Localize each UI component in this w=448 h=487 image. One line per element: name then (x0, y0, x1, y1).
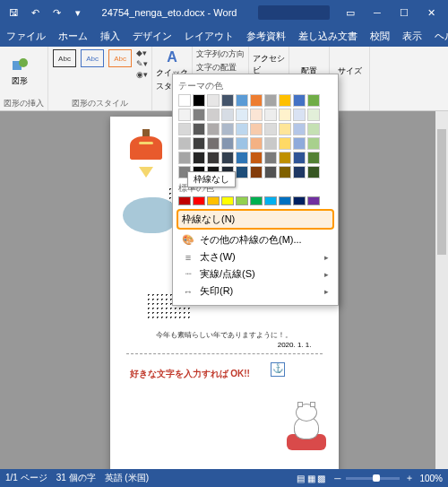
color-swatch[interactable] (221, 152, 234, 164)
word-count[interactable]: 31 個の字 (56, 472, 96, 484)
tab-mailings[interactable]: 差し込み文書 (292, 25, 364, 47)
no-outline-item[interactable]: 枠線なし(N) (177, 209, 334, 230)
color-swatch[interactable] (178, 109, 191, 121)
color-swatch[interactable] (178, 196, 191, 205)
color-swatch[interactable] (178, 123, 191, 135)
color-swatch[interactable] (264, 152, 277, 164)
color-swatch[interactable] (264, 137, 277, 150)
color-swatch[interactable] (279, 137, 291, 150)
prompt-text[interactable]: 好きな文字を入力すれば OK!! (130, 368, 250, 380)
color-swatch[interactable] (279, 166, 291, 178)
color-swatch[interactable] (279, 123, 291, 135)
color-swatch[interactable] (250, 137, 263, 150)
color-swatch[interactable] (264, 94, 277, 107)
color-swatch[interactable] (236, 94, 248, 107)
color-swatch[interactable] (264, 166, 277, 178)
color-swatch[interactable] (207, 152, 220, 164)
color-swatch[interactable] (193, 196, 205, 205)
color-swatch[interactable] (193, 137, 205, 150)
color-swatch[interactable] (307, 166, 320, 178)
more-colors-item[interactable]: 🎨その他の枠線の色(M)... (178, 231, 332, 248)
style-swatch-3[interactable]: Abc (108, 49, 132, 67)
color-swatch[interactable] (207, 109, 220, 121)
shape-style-gallery[interactable]: Abc Abc Abc (52, 48, 133, 68)
color-swatch[interactable] (236, 123, 248, 135)
color-swatch[interactable] (279, 109, 291, 121)
color-swatch[interactable] (250, 109, 263, 121)
tab-layout[interactable]: レイアウト (178, 25, 240, 47)
ribbon-options-icon[interactable]: ▭ (337, 0, 364, 25)
undo-icon[interactable]: ↶ (25, 3, 45, 22)
color-swatch[interactable] (250, 123, 263, 135)
page-count[interactable]: 1/1 ページ (5, 472, 47, 484)
color-swatch[interactable] (221, 94, 234, 107)
tab-file[interactable]: ファイル (0, 25, 52, 47)
color-swatch[interactable] (207, 123, 220, 135)
tab-review[interactable]: 校閲 (364, 25, 396, 47)
view-buttons[interactable]: ▤ ▦ ▩ (297, 474, 326, 483)
color-swatch[interactable] (221, 123, 234, 135)
color-swatch[interactable] (236, 152, 248, 164)
style-swatch-1[interactable]: Abc (53, 49, 76, 67)
tab-view[interactable]: 表示 (396, 25, 428, 47)
maximize-icon[interactable]: ☐ (391, 0, 418, 25)
date-text[interactable]: 2020. 1. 1. (278, 341, 312, 349)
color-swatch[interactable] (293, 166, 306, 178)
color-swatch[interactable] (178, 137, 191, 150)
color-swatch[interactable] (207, 196, 220, 205)
save-icon[interactable]: 🖫 (4, 3, 23, 22)
language-indicator[interactable]: 英語 (米国) (105, 472, 149, 484)
color-swatch[interactable] (207, 94, 220, 107)
tab-insert[interactable]: 挿入 (94, 25, 126, 47)
arrows-item[interactable]: ↔矢印(R)▸ (178, 283, 332, 300)
color-swatch[interactable] (293, 152, 306, 164)
color-swatch[interactable] (293, 123, 306, 135)
color-swatch[interactable] (221, 137, 234, 150)
zoom-in-button[interactable]: ＋ (405, 472, 414, 484)
color-swatch[interactable] (279, 94, 291, 107)
color-swatch[interactable] (293, 109, 306, 121)
user-account[interactable] (258, 5, 330, 20)
minimize-icon[interactable]: ─ (364, 0, 391, 25)
shape-outline-button[interactable]: ✎▾ (136, 59, 148, 68)
shape-fill-button[interactable]: ◆▾ (136, 48, 148, 57)
tab-help[interactable]: ヘルプ (428, 25, 448, 47)
color-swatch[interactable] (193, 152, 205, 164)
tab-design[interactable]: デザイン (126, 25, 178, 47)
color-swatch[interactable] (193, 123, 205, 135)
color-swatch[interactable] (279, 152, 291, 164)
insert-shapes-button[interactable]: 図形 (4, 48, 36, 93)
color-swatch[interactable] (193, 94, 205, 107)
color-swatch[interactable] (293, 196, 306, 205)
color-swatch[interactable] (307, 196, 320, 205)
color-swatch[interactable] (264, 109, 277, 121)
color-swatch[interactable] (307, 94, 320, 107)
color-swatch[interactable] (250, 94, 263, 107)
color-swatch[interactable] (293, 94, 306, 107)
color-swatch[interactable] (221, 196, 234, 205)
scrollbar-thumb[interactable] (437, 129, 446, 255)
anchor-icon[interactable]: ⚓ (271, 362, 285, 377)
weight-item[interactable]: ≡太さ(W)▸ (178, 248, 332, 265)
color-swatch[interactable] (307, 123, 320, 135)
color-swatch[interactable] (178, 94, 191, 107)
color-swatch[interactable] (279, 196, 291, 205)
tab-references[interactable]: 参考資料 (240, 25, 292, 47)
color-swatch[interactable] (236, 137, 248, 150)
color-swatch[interactable] (307, 109, 320, 121)
color-swatch[interactable] (178, 152, 191, 164)
color-swatch[interactable] (207, 137, 220, 150)
color-swatch[interactable] (293, 137, 306, 150)
color-swatch[interactable] (250, 196, 263, 205)
color-swatch[interactable] (307, 152, 320, 164)
greeting-text[interactable]: 今年も素晴らしい年でありますように！。 (110, 330, 339, 340)
color-swatch[interactable] (236, 166, 248, 178)
zoom-slider[interactable] (346, 477, 400, 480)
dashes-item[interactable]: ┈実線/点線(S)▸ (178, 265, 332, 283)
redo-icon[interactable]: ↷ (47, 3, 66, 22)
color-swatch[interactable] (236, 196, 248, 205)
qat-dropdown-icon[interactable]: ▾ (68, 3, 88, 22)
color-swatch[interactable] (264, 196, 277, 205)
tab-home[interactable]: ホーム (52, 25, 94, 47)
vertical-scrollbar[interactable] (435, 111, 448, 469)
